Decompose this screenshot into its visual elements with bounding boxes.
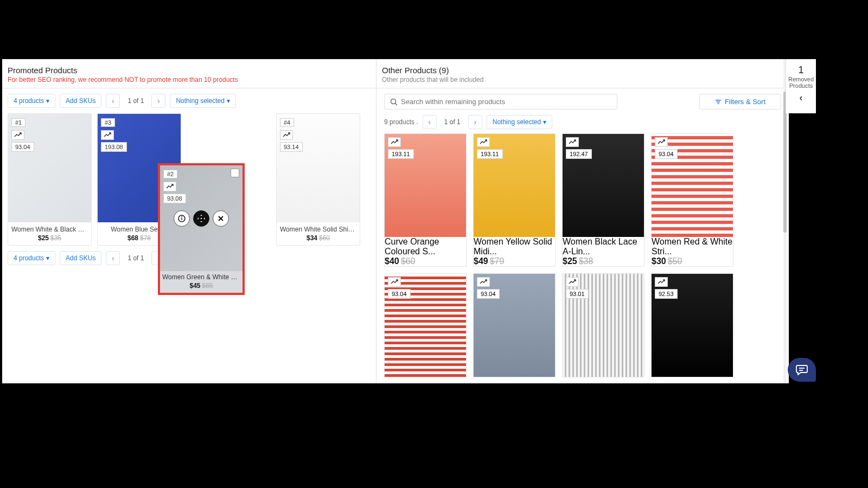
trend-icon	[101, 130, 114, 140]
other-card[interactable]: 193.11 Women Yellow Solid Midi... $49$79	[473, 133, 556, 267]
product-price: $40$60	[385, 256, 466, 266]
page-indicator: 1 of 1	[124, 254, 147, 262]
product-name: Women Red & White Stri...	[652, 237, 733, 256]
score-badge: 192.47	[566, 149, 592, 159]
rank-badge: #2	[163, 170, 177, 178]
trend-icon	[388, 137, 401, 147]
product-image: 93.04	[385, 274, 466, 377]
score-badge: 193.11	[388, 149, 414, 159]
product-image: 93.01	[563, 274, 644, 377]
removed-label: Products	[786, 82, 816, 89]
promoted-card[interactable]: #4 93.14 Women White Solid Shift ... $34…	[276, 113, 360, 246]
prev-page-button[interactable]: ‹	[106, 94, 120, 108]
chevron-left-icon[interactable]: ‹	[786, 92, 816, 104]
product-count: 9 products .	[384, 118, 418, 126]
prev-page-button[interactable]: ‹	[106, 251, 120, 265]
rank-badge: #3	[101, 118, 115, 127]
product-image: 93.04	[474, 274, 555, 377]
trend-icon	[655, 277, 668, 287]
product-image: 193.11	[385, 134, 466, 237]
other-card[interactable]: 92.53	[651, 273, 733, 377]
filters-sort-button[interactable]: Filters & Sort	[699, 94, 781, 110]
promoted-header: Promoted Products For better SEO ranking…	[2, 59, 376, 88]
product-name: Women Green & White Str...	[160, 271, 242, 282]
promoted-title: Promoted Products	[8, 66, 371, 75]
score-badge: 93.14	[280, 142, 303, 152]
products-dropdown[interactable]: 4 products ▾	[8, 94, 55, 108]
rank-badge: #4	[280, 118, 294, 127]
selection-dropdown[interactable]: Nothing selected ▾	[487, 115, 552, 129]
page-indicator: 1 of 1	[441, 118, 464, 126]
trend-icon	[655, 137, 668, 147]
other-grid: 193.11 Curve Orange Coloured S... $40$60…	[376, 133, 789, 377]
app-stage: Promoted Products For better SEO ranking…	[2, 59, 789, 383]
product-price: $45$65	[160, 282, 242, 293]
trend-icon	[566, 277, 579, 287]
product-image: 92.53	[652, 274, 733, 377]
product-price: $30$50	[652, 256, 733, 266]
trend-icon	[477, 137, 490, 147]
trend-icon	[11, 130, 24, 140]
next-page-button[interactable]: ›	[151, 94, 165, 108]
product-name: Women Yellow Solid Midi...	[474, 237, 555, 256]
other-card[interactable]: 93.04 Women Red & White Stri... $30$50	[651, 133, 733, 267]
product-name: Curve Orange Coloured S...	[385, 237, 466, 256]
other-card[interactable]: 93.01	[562, 273, 644, 377]
search-input-wrap[interactable]	[384, 94, 617, 110]
info-icon[interactable]	[174, 210, 190, 227]
add-skus-button[interactable]: Add SKUs	[60, 94, 101, 108]
other-header: Other Products (9) Other products that w…	[376, 59, 789, 88]
product-price: $25$38	[563, 256, 644, 266]
removed-label: Removed	[786, 76, 816, 82]
score-badge: 193.11	[477, 149, 503, 159]
chevron-down-icon: ▾	[46, 254, 49, 262]
chat-button[interactable]	[788, 358, 816, 382]
page-indicator: 1 of 1	[124, 97, 147, 105]
score-badge: 93.01	[566, 289, 589, 299]
search-icon	[390, 98, 398, 106]
score-badge: 193.08	[101, 142, 127, 152]
prev-page-button[interactable]: ‹	[423, 115, 437, 129]
other-toolbar: 9 products . ‹ 1 of 1 › Nothing selected…	[376, 113, 789, 133]
add-skus-button[interactable]: Add SKUs	[60, 251, 101, 265]
promoted-subtitle: For better SEO ranking, we recommend NOT…	[8, 76, 371, 84]
product-price: $49$79	[474, 256, 555, 266]
score-badge: 93.04	[11, 142, 34, 152]
move-icon[interactable]	[193, 210, 209, 227]
next-page-button[interactable]: ›	[468, 115, 482, 129]
svg-line-4	[395, 103, 398, 105]
product-image: 93.04	[652, 134, 733, 237]
search-input[interactable]	[401, 98, 611, 106]
score-badge: 93.08	[163, 194, 186, 203]
product-name: Women Black Lace A-Lin...	[563, 237, 644, 256]
dragging-card[interactable]: #2 93.08 Women Green & White Str...	[158, 163, 245, 295]
select-checkbox[interactable]	[231, 169, 239, 177]
removed-panel: 1 Removed Products ‹	[786, 59, 816, 113]
product-image: #4 93.14	[277, 114, 360, 222]
other-card[interactable]: 93.04	[384, 273, 467, 377]
chevron-down-icon: ▾	[227, 97, 230, 105]
product-image: 193.11	[474, 134, 555, 237]
product-name: Women White & Black Stri...	[8, 222, 91, 234]
chevron-down-icon: ▾	[46, 97, 49, 105]
other-subtitle: Other products that will be included	[382, 76, 783, 84]
promoted-panel: Promoted Products For better SEO ranking…	[2, 59, 376, 383]
score-badge: 93.04	[388, 289, 411, 299]
svg-rect-2	[181, 218, 182, 220]
other-card[interactable]: 192.47 Women Black Lace A-Lin... $25$38	[562, 133, 644, 267]
products-dropdown[interactable]: 4 products ▾	[8, 251, 55, 265]
trend-icon	[163, 182, 176, 191]
other-card[interactable]: 93.04	[473, 273, 556, 377]
product-price: $25$35	[8, 234, 91, 245]
other-title: Other Products (9)	[382, 66, 783, 75]
other-card[interactable]: 193.11 Curve Orange Coloured S... $40$60	[384, 133, 467, 267]
svg-rect-6	[717, 101, 720, 102]
score-badge: 93.04	[655, 149, 678, 159]
promoted-card[interactable]: #1 93.04 Women White & Black Stri... $25…	[8, 113, 92, 246]
selection-dropdown[interactable]: Nothing selected ▾	[170, 94, 235, 108]
removed-count: 1	[786, 65, 816, 76]
filter-icon	[715, 99, 722, 105]
trend-icon	[477, 277, 490, 287]
drag-controls	[174, 210, 229, 227]
close-icon[interactable]	[213, 210, 229, 227]
